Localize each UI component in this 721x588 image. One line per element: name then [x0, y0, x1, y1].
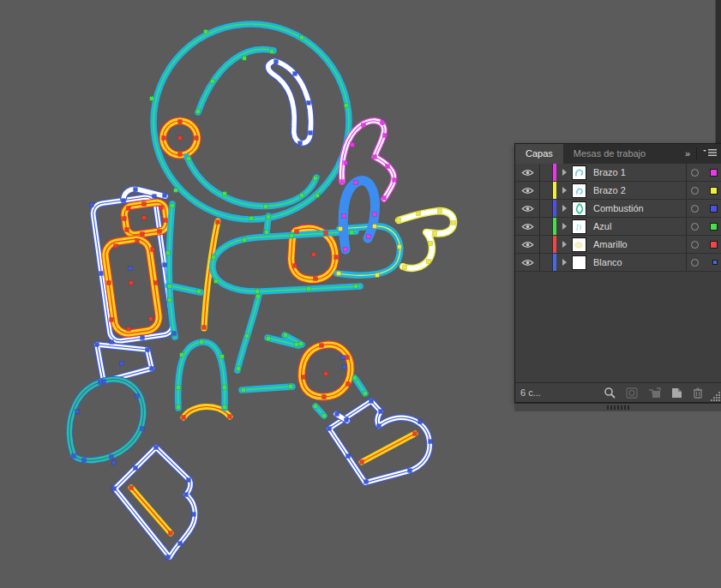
anchor-point[interactable] [300, 194, 304, 198]
anchor-point[interactable] [99, 272, 104, 276]
anchor-point[interactable] [134, 466, 138, 471]
anchor-point[interactable] [204, 30, 208, 34]
anchor-point[interactable] [345, 418, 349, 423]
layer-name[interactable]: Blanco [593, 257, 686, 267]
anchor-point[interactable] [353, 376, 357, 381]
anchor-point[interactable] [350, 231, 354, 235]
layer-thumbnail[interactable] [572, 219, 586, 234]
layer-expand-triangle-icon[interactable] [562, 205, 567, 212]
anchor-point[interactable] [177, 405, 181, 410]
delete-layer-icon[interactable] [693, 387, 703, 399]
anchor-point[interactable] [149, 317, 153, 321]
anchor-point[interactable] [373, 213, 377, 217]
layer-selection-swatch[interactable] [710, 187, 718, 195]
layer-thumbnail[interactable] [572, 201, 586, 216]
anchor-point[interactable] [324, 231, 328, 236]
anchor-point[interactable] [379, 410, 383, 414]
anchor-point[interactable] [223, 192, 227, 196]
layer-row-combustión[interactable]: Combustión [515, 200, 721, 218]
anchor-point[interactable] [403, 266, 407, 270]
anchor-point[interactable] [211, 80, 215, 84]
anchor-point[interactable] [129, 486, 134, 490]
anchor-point[interactable] [376, 273, 380, 278]
anchor-point[interactable] [346, 454, 351, 459]
layer-thumbnail[interactable] [572, 165, 586, 180]
anchor-point[interactable] [274, 60, 279, 64]
anchor-point[interactable] [82, 459, 87, 463]
anchor-point[interactable] [314, 405, 318, 409]
anchor-point[interactable] [397, 219, 401, 223]
anchor-point[interactable] [151, 248, 155, 252]
anchor-point[interactable] [322, 414, 327, 418]
anchor-point[interactable] [367, 235, 371, 239]
jet-flame[interactable] [69, 380, 143, 461]
anchor-point[interactable] [373, 225, 377, 229]
anchor-point[interactable] [408, 469, 412, 473]
anchor-point[interactable] [197, 290, 201, 294]
anchor-point[interactable] [107, 281, 111, 285]
layer-row-brazo-1[interactable]: Brazo 1 [515, 164, 721, 182]
anchor-point[interactable] [309, 131, 313, 135]
anchor-point[interactable] [195, 136, 199, 141]
anchor-point[interactable] [135, 239, 140, 243]
anchor-point[interactable] [178, 136, 183, 141]
anchor-point[interactable] [429, 242, 433, 246]
anchor-point[interactable] [168, 298, 172, 303]
layer-brazo2-paths[interactable] [337, 211, 454, 275]
anchor-point[interactable] [237, 367, 241, 371]
anchor-point[interactable] [216, 220, 220, 225]
anchor-point[interactable] [129, 267, 133, 271]
layer-target-icon[interactable] [691, 187, 699, 195]
anchor-point[interactable] [220, 355, 225, 359]
anchor-point[interactable] [141, 232, 145, 237]
anchor-point[interactable] [302, 375, 306, 380]
anchor-point[interactable] [307, 287, 311, 291]
anchor-point[interactable] [163, 194, 167, 198]
anchor-point[interactable] [123, 217, 127, 221]
layer-blanco-paths[interactable] [92, 61, 430, 557]
layer-lock-cell[interactable] [540, 218, 553, 235]
anchor-point[interactable] [290, 234, 294, 238]
anchor-point[interactable] [322, 395, 327, 399]
anchor-point[interactable] [245, 334, 249, 339]
anchor-point[interactable] [362, 123, 366, 128]
anchor-point[interactable] [168, 285, 172, 289]
anchor-point[interactable] [154, 281, 159, 285]
layer-target-icon[interactable] [691, 241, 699, 249]
anchor-point[interactable] [187, 478, 191, 483]
layer-expand-triangle-icon[interactable] [562, 241, 567, 248]
make-clip-mask-icon[interactable] [626, 387, 638, 399]
anchor-point[interactable] [192, 513, 196, 517]
anchor-point[interactable] [284, 333, 288, 338]
anchor-point[interactable] [377, 424, 382, 429]
new-layer-icon[interactable] [671, 387, 682, 399]
anchor-point[interactable] [95, 343, 99, 347]
anchor-point[interactable] [452, 221, 456, 225]
anchor-point[interactable] [342, 214, 346, 219]
anchor-point[interactable] [417, 212, 421, 216]
anchor-point[interactable] [346, 382, 351, 387]
layer-lock-cell[interactable] [540, 182, 553, 199]
anchor-point[interactable] [345, 104, 349, 108]
layer-thumbnail[interactable] [572, 255, 586, 270]
anchor-point[interactable] [182, 416, 186, 420]
layer-visibility-eye-icon[interactable] [515, 236, 540, 253]
anchor-point[interactable] [200, 340, 204, 345]
layer-selection-swatch[interactable] [710, 169, 718, 177]
anchor-point[interactable] [265, 231, 269, 235]
layer-name[interactable]: Amarillo [593, 239, 686, 249]
anchor-point[interactable] [153, 195, 157, 199]
tab-capas[interactable]: Capas [515, 144, 563, 164]
anchor-point[interactable] [166, 251, 171, 255]
layer-thumbnail[interactable] [572, 183, 586, 198]
anchor-point[interactable] [320, 344, 324, 348]
anchor-point[interactable] [386, 165, 390, 169]
anchor-point[interactable] [169, 531, 173, 536]
anchor-point[interactable] [141, 427, 145, 431]
anchor-point[interactable] [72, 454, 76, 459]
anchor-point[interactable] [256, 295, 261, 299]
layer-selection-swatch[interactable] [710, 223, 718, 231]
layer-row-blanco[interactable]: Blanco [515, 254, 721, 272]
anchor-point[interactable] [339, 227, 343, 231]
anchor-point[interactable] [299, 342, 303, 346]
